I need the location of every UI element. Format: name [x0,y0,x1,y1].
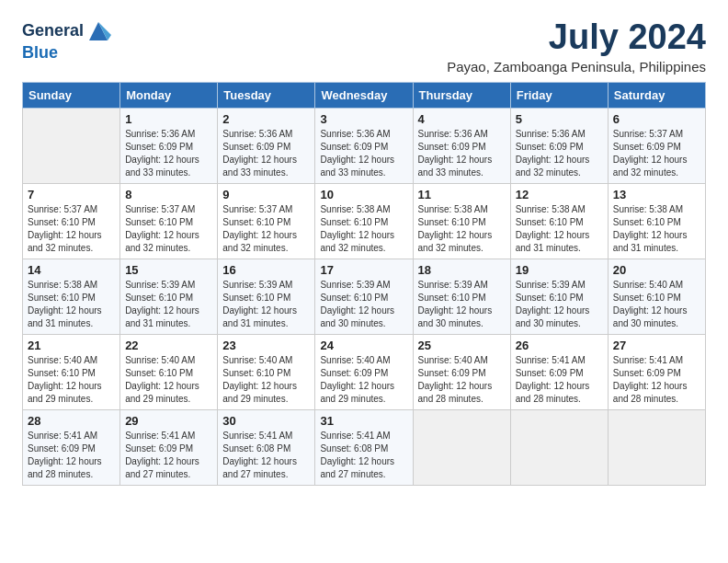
location-subtitle: Payao, Zamboanga Peninsula, Philippines [447,59,706,75]
calendar-cell: 11Sunrise: 5:38 AM Sunset: 6:10 PM Dayli… [413,183,510,259]
calendar-table: SundayMondayTuesdayWednesdayThursdayFrid… [22,82,706,486]
day-number: 9 [222,188,310,201]
day-number: 6 [613,112,700,126]
calendar-cell: 16Sunrise: 5:39 AM Sunset: 6:10 PM Dayli… [218,259,315,334]
weekday-header-sunday: Sunday [23,82,120,108]
calendar-cell [413,409,510,485]
weekday-header-monday: Monday [120,82,218,108]
day-info: Sunrise: 5:40 AM Sunset: 6:10 PM Dayligh… [28,354,115,406]
day-info: Sunrise: 5:37 AM Sunset: 6:09 PM Dayligh… [613,128,700,179]
day-info: Sunrise: 5:40 AM Sunset: 6:10 PM Dayligh… [613,279,700,330]
calendar-cell: 20Sunrise: 5:40 AM Sunset: 6:10 PM Dayli… [608,259,705,334]
day-number: 14 [28,263,115,277]
weekday-header-row: SundayMondayTuesdayWednesdayThursdayFrid… [23,82,706,108]
day-info: Sunrise: 5:39 AM Sunset: 6:10 PM Dayligh… [516,279,603,330]
calendar-cell: 27Sunrise: 5:41 AM Sunset: 6:09 PM Dayli… [608,334,705,409]
day-number: 29 [125,414,212,428]
month-year-title: July 2024 [447,18,706,57]
day-number: 16 [222,263,310,277]
day-info: Sunrise: 5:36 AM Sunset: 6:09 PM Dayligh… [125,128,212,179]
day-number: 2 [222,112,310,126]
day-number: 27 [613,339,700,352]
calendar-cell: 18Sunrise: 5:39 AM Sunset: 6:10 PM Dayli… [413,259,510,334]
day-number: 25 [418,339,506,352]
day-info: Sunrise: 5:36 AM Sunset: 6:09 PM Dayligh… [418,128,506,179]
calendar-cell: 29Sunrise: 5:41 AM Sunset: 6:09 PM Dayli… [120,409,218,485]
day-number: 20 [613,263,700,277]
day-info: Sunrise: 5:40 AM Sunset: 6:09 PM Dayligh… [418,354,506,406]
calendar-cell: 15Sunrise: 5:39 AM Sunset: 6:10 PM Dayli… [120,259,218,334]
day-info: Sunrise: 5:36 AM Sunset: 6:09 PM Dayligh… [320,128,407,179]
day-number: 1 [125,112,212,126]
day-info: Sunrise: 5:38 AM Sunset: 6:10 PM Dayligh… [516,203,603,255]
day-number: 19 [516,263,603,277]
calendar-cell [608,409,705,485]
day-number: 17 [320,263,407,277]
day-number: 4 [418,112,506,126]
calendar-cell: 14Sunrise: 5:38 AM Sunset: 6:10 PM Dayli… [23,259,120,334]
day-number: 22 [125,339,212,352]
weekday-header-friday: Friday [510,82,608,108]
day-number: 11 [418,188,506,201]
day-number: 18 [418,263,506,277]
day-number: 21 [28,339,115,352]
day-info: Sunrise: 5:37 AM Sunset: 6:10 PM Dayligh… [222,203,310,255]
weekday-header-wednesday: Wednesday [315,82,413,108]
calendar-cell: 30Sunrise: 5:41 AM Sunset: 6:08 PM Dayli… [218,409,315,485]
title-area: July 2024 Payao, Zamboanga Peninsula, Ph… [447,18,706,75]
calendar-cell: 6Sunrise: 5:37 AM Sunset: 6:09 PM Daylig… [608,108,705,183]
day-number: 24 [320,339,407,352]
day-number: 26 [516,339,603,352]
day-number: 7 [28,188,115,201]
calendar-week-row: 7Sunrise: 5:37 AM Sunset: 6:10 PM Daylig… [23,183,706,259]
day-info: Sunrise: 5:38 AM Sunset: 6:10 PM Dayligh… [418,203,506,255]
day-info: Sunrise: 5:41 AM Sunset: 6:09 PM Dayligh… [516,354,603,406]
day-info: Sunrise: 5:39 AM Sunset: 6:10 PM Dayligh… [320,279,407,330]
day-number: 15 [125,263,212,277]
calendar-cell [23,108,120,183]
calendar-cell: 4Sunrise: 5:36 AM Sunset: 6:09 PM Daylig… [413,108,510,183]
calendar-week-row: 1Sunrise: 5:36 AM Sunset: 6:09 PM Daylig… [23,108,706,183]
day-info: Sunrise: 5:40 AM Sunset: 6:09 PM Dayligh… [320,354,407,406]
calendar-cell: 24Sunrise: 5:40 AM Sunset: 6:09 PM Dayli… [315,334,413,409]
day-info: Sunrise: 5:41 AM Sunset: 6:08 PM Dayligh… [222,430,310,481]
calendar-cell: 28Sunrise: 5:41 AM Sunset: 6:09 PM Dayli… [23,409,120,485]
day-info: Sunrise: 5:36 AM Sunset: 6:09 PM Dayligh… [516,128,603,179]
day-info: Sunrise: 5:41 AM Sunset: 6:09 PM Dayligh… [125,430,212,481]
page-header: General Blue July 2024 Payao, Zamboanga … [22,18,706,75]
day-number: 12 [516,188,603,201]
calendar-week-row: 21Sunrise: 5:40 AM Sunset: 6:10 PM Dayli… [23,334,706,409]
day-info: Sunrise: 5:36 AM Sunset: 6:09 PM Dayligh… [222,128,310,179]
logo-icon [85,18,111,44]
calendar-cell: 7Sunrise: 5:37 AM Sunset: 6:10 PM Daylig… [23,183,120,259]
calendar-cell: 17Sunrise: 5:39 AM Sunset: 6:10 PM Dayli… [315,259,413,334]
calendar-cell: 10Sunrise: 5:38 AM Sunset: 6:10 PM Dayli… [315,183,413,259]
day-info: Sunrise: 5:39 AM Sunset: 6:10 PM Dayligh… [418,279,506,330]
day-info: Sunrise: 5:40 AM Sunset: 6:10 PM Dayligh… [125,354,212,406]
calendar-cell: 26Sunrise: 5:41 AM Sunset: 6:09 PM Dayli… [510,334,608,409]
calendar-cell: 25Sunrise: 5:40 AM Sunset: 6:09 PM Dayli… [413,334,510,409]
calendar-cell: 13Sunrise: 5:38 AM Sunset: 6:10 PM Dayli… [608,183,705,259]
day-info: Sunrise: 5:38 AM Sunset: 6:10 PM Dayligh… [613,203,700,255]
calendar-cell: 8Sunrise: 5:37 AM Sunset: 6:10 PM Daylig… [120,183,218,259]
calendar-cell: 21Sunrise: 5:40 AM Sunset: 6:10 PM Dayli… [23,334,120,409]
calendar-cell: 23Sunrise: 5:40 AM Sunset: 6:10 PM Dayli… [218,334,315,409]
calendar-cell: 22Sunrise: 5:40 AM Sunset: 6:10 PM Dayli… [120,334,218,409]
day-info: Sunrise: 5:40 AM Sunset: 6:10 PM Dayligh… [222,354,310,406]
weekday-header-saturday: Saturday [608,82,705,108]
calendar-cell: 31Sunrise: 5:41 AM Sunset: 6:08 PM Dayli… [315,409,413,485]
weekday-header-thursday: Thursday [413,82,510,108]
calendar-cell: 9Sunrise: 5:37 AM Sunset: 6:10 PM Daylig… [218,183,315,259]
day-number: 28 [28,414,115,428]
day-number: 5 [516,112,603,126]
day-number: 8 [125,188,212,201]
calendar-cell: 19Sunrise: 5:39 AM Sunset: 6:10 PM Dayli… [510,259,608,334]
calendar-cell [510,409,608,485]
day-number: 13 [613,188,700,201]
calendar-cell: 3Sunrise: 5:36 AM Sunset: 6:09 PM Daylig… [315,108,413,183]
day-number: 30 [222,414,310,428]
calendar-week-row: 28Sunrise: 5:41 AM Sunset: 6:09 PM Dayli… [23,409,706,485]
day-info: Sunrise: 5:37 AM Sunset: 6:10 PM Dayligh… [125,203,212,255]
day-number: 10 [320,188,407,201]
day-info: Sunrise: 5:38 AM Sunset: 6:10 PM Dayligh… [28,279,115,330]
